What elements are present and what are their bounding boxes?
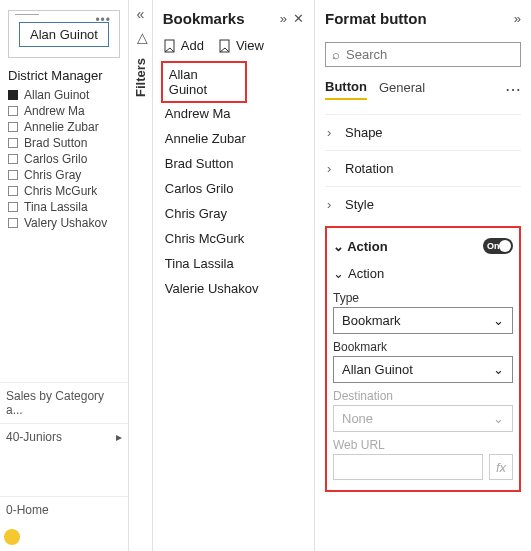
visual-header[interactable]: 0-Home (0, 496, 128, 523)
bookmark-item[interactable]: Carlos Grilo (163, 176, 304, 201)
type-label: Type (333, 291, 513, 305)
visual-title: 0-Home (6, 503, 49, 517)
report-canvas: ••• Alan Guinot District Manager Allan G… (0, 0, 129, 551)
slicer-item-label: Annelie Zubar (24, 120, 99, 134)
checkbox-icon[interactable] (8, 218, 18, 228)
filters-rail[interactable]: « ▷ Filters (129, 0, 153, 551)
slicer-item[interactable]: Andrew Ma (4, 103, 124, 119)
slicer-item-label: Brad Sutton (24, 136, 87, 150)
bookmark-item[interactable]: Valerie Ushakov (163, 276, 304, 301)
bookmark-label: Chris McGurk (165, 231, 244, 246)
view-bookmark-button[interactable]: View (218, 38, 264, 53)
type-select[interactable]: Bookmark⌄ (333, 307, 513, 334)
chart-marker-icon (4, 529, 20, 545)
checkbox-icon[interactable] (8, 202, 18, 212)
chevron-down-icon: ⌄ (493, 362, 504, 377)
add-label: Add (181, 38, 204, 53)
section-label: Shape (345, 125, 383, 140)
slicer-item-label: Andrew Ma (24, 104, 85, 118)
tab-general[interactable]: General (379, 80, 425, 99)
canvas-bottom: Sales by Category a... 40-Juniors▸ 0-Hom… (0, 382, 128, 551)
section-shape[interactable]: ›Shape (325, 114, 521, 150)
fx-button[interactable]: fx (489, 454, 513, 480)
bookmark-item[interactable]: Chris McGurk (163, 226, 304, 251)
slicer-item[interactable]: Brad Sutton (4, 135, 124, 151)
slicer-item[interactable]: Tina Lassila (4, 199, 124, 215)
bookmark-item[interactable]: Andrew Ma (163, 101, 304, 126)
slicer-item-label: Carlos Grilo (24, 152, 87, 166)
section-action: ⌄ Action On ⌄Action Type Bookmark⌄ Bookm… (325, 226, 521, 492)
chevron-right-icon[interactable]: ▸ (116, 430, 122, 444)
section-style[interactable]: ›Style (325, 186, 521, 222)
section-rotation[interactable]: ›Rotation (325, 150, 521, 186)
fx-label: fx (496, 460, 506, 475)
more-icon[interactable]: ••• (95, 13, 111, 27)
slicer-item[interactable]: Valery Ushakov (4, 215, 124, 231)
bookmark-item[interactable]: Chris Gray (163, 201, 304, 226)
format-search[interactable]: ⌕ (325, 42, 521, 67)
chevron-down-icon: ⌄ (493, 411, 504, 426)
bookmark-item[interactable]: Annelie Zubar (163, 126, 304, 151)
checkbox-icon[interactable] (8, 90, 18, 100)
visual-title: 40-Juniors (6, 430, 62, 444)
slicer-item[interactable]: Chris Gray (4, 167, 124, 183)
checkbox-icon[interactable] (8, 186, 18, 196)
bookmark-label: Brad Sutton (165, 156, 234, 171)
section-label: Rotation (345, 161, 393, 176)
checkbox-icon[interactable] (8, 122, 18, 132)
slicer-item[interactable]: Annelie Zubar (4, 119, 124, 135)
web-url-label: Web URL (333, 438, 513, 452)
bookmark-label: Carlos Grilo (165, 181, 234, 196)
checkbox-icon[interactable] (8, 138, 18, 148)
web-url-input (333, 454, 483, 480)
action-subsection[interactable]: ⌄Action (333, 266, 513, 281)
action-sub-label: Action (348, 266, 384, 281)
slicer-title: District Manager (8, 68, 120, 83)
chevron-right-icon: › (327, 197, 339, 212)
bookmark-view-icon (218, 39, 232, 53)
bookmark-add-icon (163, 39, 177, 53)
bookmark-label: Chris Gray (165, 206, 227, 221)
bookmark-item[interactable]: Allan Guinot (163, 63, 245, 101)
chevron-right-icon: › (327, 161, 339, 176)
collapse-icon[interactable]: « (136, 6, 144, 22)
slicer-item[interactable]: Chris McGurk (4, 183, 124, 199)
visual-header[interactable]: 40-Juniors▸ (0, 423, 128, 450)
slicer-item[interactable]: Allan Guinot (4, 87, 124, 103)
checkbox-icon[interactable] (8, 170, 18, 180)
slicer-list: Allan Guinot Andrew Ma Annelie Zubar Bra… (4, 87, 124, 231)
add-bookmark-button[interactable]: Add (163, 38, 204, 53)
chevron-down-icon: ⌄ (333, 266, 344, 281)
destination-value: None (342, 411, 373, 426)
chevron-down-icon: ⌄ (493, 313, 504, 328)
search-icon: ⌕ (332, 47, 340, 62)
toggle-label: On (487, 241, 500, 251)
destination-select: None⌄ (333, 405, 513, 432)
action-toggle[interactable]: On (483, 238, 513, 254)
filter-icon[interactable]: ▷ (132, 33, 148, 44)
checkbox-icon[interactable] (8, 154, 18, 164)
view-label: View (236, 38, 264, 53)
bookmark-list: Allan Guinot Andrew Ma Annelie Zubar Bra… (163, 63, 304, 301)
filters-label: Filters (133, 58, 148, 97)
expand-icon[interactable]: » (280, 11, 287, 26)
slicer-item[interactable]: Carlos Grilo (4, 151, 124, 167)
more-icon[interactable]: ⋯ (505, 80, 521, 99)
visual-header[interactable]: Sales by Category a... (0, 382, 128, 423)
search-input[interactable] (346, 47, 514, 62)
expand-icon[interactable]: » (514, 11, 521, 26)
chevron-right-icon: › (327, 125, 339, 140)
chevron-down-icon[interactable]: ⌄ (333, 239, 344, 254)
bookmark-item[interactable]: Brad Sutton (163, 151, 304, 176)
slicer-item-label: Chris Gray (24, 168, 81, 182)
bookmark-select[interactable]: Allan Guinot⌄ (333, 356, 513, 383)
button-visual[interactable]: ••• Alan Guinot (8, 10, 120, 58)
bookmark-item[interactable]: Tina Lassila (163, 251, 304, 276)
destination-label: Destination (333, 389, 513, 403)
checkbox-icon[interactable] (8, 106, 18, 116)
bookmarks-title: Bookmarks (163, 10, 245, 27)
tab-button[interactable]: Button (325, 79, 367, 100)
slicer-item-label: Chris McGurk (24, 184, 97, 198)
close-icon[interactable]: ✕ (293, 11, 304, 26)
bookmark-value: Allan Guinot (342, 362, 413, 377)
